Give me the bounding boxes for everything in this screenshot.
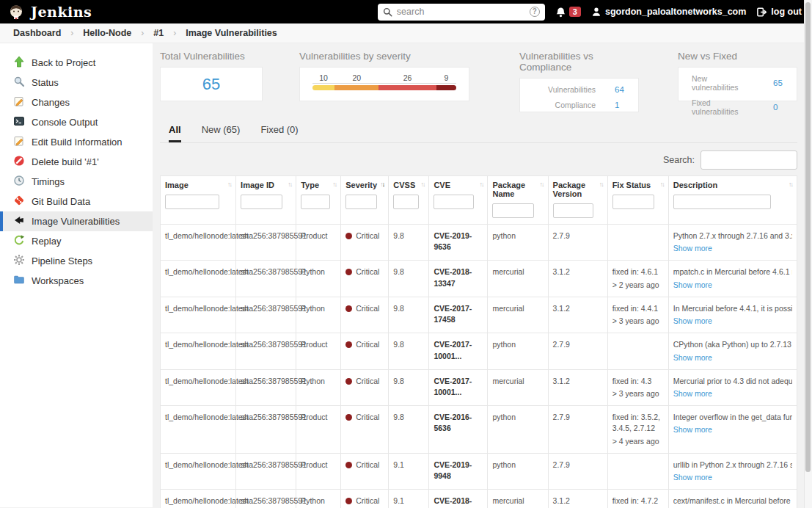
tab-all[interactable]: All <box>169 124 181 142</box>
show-more-link[interactable]: Show more <box>673 280 712 291</box>
column-filter-input[interactable] <box>345 195 377 209</box>
fix-version: fixed in: 4.3 <box>612 376 664 387</box>
column-filter-input[interactable] <box>393 195 418 209</box>
sidebar-item-delete-build-1[interactable]: Delete build '#1' <box>0 152 153 172</box>
breadcrumb-separator: › <box>141 28 144 38</box>
show-more-link[interactable]: Show more <box>673 424 712 435</box>
column-filter-input[interactable] <box>241 195 282 209</box>
sidebar-item-workspaces[interactable]: Workspaces <box>0 271 153 291</box>
severity-segment <box>312 85 334 90</box>
column-header-fix-status[interactable]: Fix Status↑↓ <box>607 176 668 225</box>
column-header-image[interactable]: Image↑↓ <box>161 176 236 225</box>
sort-icon[interactable]: ↑↓ <box>479 181 483 188</box>
show-more-link[interactable]: Show more <box>673 472 712 483</box>
breadcrumb-item-page[interactable]: Image Vulnerabilities <box>186 28 277 38</box>
vs-compliance-card: Vulnerabilities 64 Compliance 1 <box>519 78 639 112</box>
sort-icon[interactable]: ↑↓ <box>420 181 424 188</box>
sidebar-item-changes[interactable]: Changes <box>0 92 153 112</box>
cell-cvss: 9.8 <box>389 225 429 261</box>
sidebar-item-status[interactable]: Status <box>0 73 153 92</box>
table-row: tl_demo/hellonode:latestsha256:387985591… <box>161 297 797 333</box>
cell-fix-status <box>607 225 668 261</box>
sidebar-item-image-vulnerabilities[interactable]: Image Vulnerabilities <box>0 211 153 231</box>
cell-image-id: sha256:387985591 <box>236 225 296 261</box>
breadcrumb-item-dashboard[interactable]: Dashboard <box>13 28 61 38</box>
sort-icon[interactable]: ↑↓ <box>380 181 384 188</box>
column-filter-input[interactable] <box>165 195 219 209</box>
sidebar-item-pipeline-steps[interactable]: Pipeline Steps <box>0 251 153 271</box>
sidebar-item-console-output[interactable]: Console Output <box>0 112 153 132</box>
column-header-type[interactable]: Type↑↓ <box>296 176 341 225</box>
table-search-input[interactable] <box>701 150 797 170</box>
column-filter-input[interactable] <box>553 203 594 218</box>
page-scrollbar[interactable] <box>804 0 812 508</box>
column-filter-input[interactable] <box>301 195 329 209</box>
cell-type: Product <box>296 225 341 261</box>
show-more-link[interactable]: Show more <box>673 388 712 399</box>
sort-icon[interactable]: ↑↓ <box>660 181 664 188</box>
sidebar-item-edit-build-information[interactable]: Edit Build Information <box>0 132 153 152</box>
column-header-description[interactable]: Description↑↓ <box>668 176 797 225</box>
cell-description: Python 2.7.x through 2.7.16 and 3.x thro… <box>668 225 797 261</box>
folder-icon <box>13 274 25 288</box>
cell-cve: CVE-2017-10001... <box>429 333 488 369</box>
sidebar-item-back-to-project[interactable]: Back to Project <box>0 53 153 73</box>
breadcrumb-item-job[interactable]: Hello-Node <box>83 28 131 38</box>
cell-severity: Critical <box>341 333 389 369</box>
severity-segment-label: 20 <box>334 73 378 82</box>
show-more-link[interactable]: Show more <box>673 243 712 254</box>
search-help-icon[interactable]: ? <box>530 7 540 17</box>
sidebar-item-timings[interactable]: Timings <box>0 172 153 192</box>
breadcrumb-item-build[interactable]: #1 <box>153 28 164 38</box>
sort-icon[interactable]: ↑↓ <box>540 181 544 188</box>
column-filter-input[interactable] <box>434 195 474 209</box>
sort-icon[interactable]: ↑↓ <box>332 181 336 188</box>
critical-severity-icon <box>345 498 352 504</box>
logout-button[interactable]: log out <box>756 7 802 18</box>
tab-new[interactable]: New (65) <box>202 124 241 142</box>
sidebar-item-git-build-data[interactable]: Git Build Data <box>0 192 153 211</box>
cell-package-version: 2.7.9 <box>548 406 607 454</box>
document-pencil-icon <box>13 135 25 149</box>
cell-severity: Critical <box>341 406 389 454</box>
cell-fix-status: fixed in: 4.4.1> 3 years ago <box>607 297 668 333</box>
fix-version: fixed in: 4.6.1 <box>612 266 664 277</box>
column-header-cvss[interactable]: CVSS↑↓ <box>389 176 429 225</box>
show-more-link[interactable]: Show more <box>673 352 712 363</box>
critical-severity-icon <box>345 305 352 312</box>
notification-count-badge: 3 <box>569 7 581 17</box>
critical-severity-icon <box>345 233 352 239</box>
column-header-cve[interactable]: CVE↑↓ <box>429 176 488 225</box>
cell-severity: Critical <box>341 490 389 508</box>
cell-cvss: 9.8 <box>389 333 429 369</box>
column-filter-input[interactable] <box>673 195 771 209</box>
show-more-link[interactable]: Show more <box>673 316 712 327</box>
notifications-button[interactable]: 3 <box>555 7 581 18</box>
sort-icon[interactable]: ↑↓ <box>789 181 792 188</box>
cell-description: urllib in Python 2.x through 2.7.16 supp… <box>668 453 797 489</box>
cell-image-id: sha256:387985591 <box>236 297 296 333</box>
summary-cards: Total Vulnerabilities 65 Vulnerabilities… <box>160 51 797 112</box>
sidebar-item-replay[interactable]: Replay <box>0 231 153 251</box>
column-filter-input[interactable] <box>492 203 534 218</box>
sort-icon[interactable]: ↑↓ <box>227 181 231 188</box>
sort-icon[interactable]: ↑↓ <box>288 181 291 188</box>
cell-cve: CVE-2017-17458 <box>429 297 488 333</box>
column-header-image-id[interactable]: Image ID↑↓ <box>236 176 296 225</box>
cell-cvss: 9.8 <box>389 261 429 297</box>
cell-cve: CVE-2019-9948 <box>429 453 488 489</box>
cell-severity: Critical <box>341 297 389 333</box>
tab-fixed[interactable]: Fixed (0) <box>260 124 298 142</box>
column-header-severity[interactable]: Severity↑↓ <box>341 176 389 225</box>
sort-icon[interactable]: ↑↓ <box>599 181 603 188</box>
column-header-package-name[interactable]: Package Name↑↓ <box>488 176 548 225</box>
column-label: Description <box>673 181 718 189</box>
scrollbar-thumb[interactable] <box>805 2 811 472</box>
column-filter-input[interactable] <box>612 195 654 209</box>
user-menu[interactable]: sgordon_paloaltonetworks_com <box>591 7 746 17</box>
column-header-package-version[interactable]: Package Version↑↓ <box>548 176 607 225</box>
search-input[interactable] <box>397 7 525 17</box>
global-search[interactable]: ? <box>378 4 545 21</box>
jenkins-home-link[interactable]: Jenkins <box>7 3 92 21</box>
total-vulnerabilities-card: 65 <box>160 67 263 101</box>
